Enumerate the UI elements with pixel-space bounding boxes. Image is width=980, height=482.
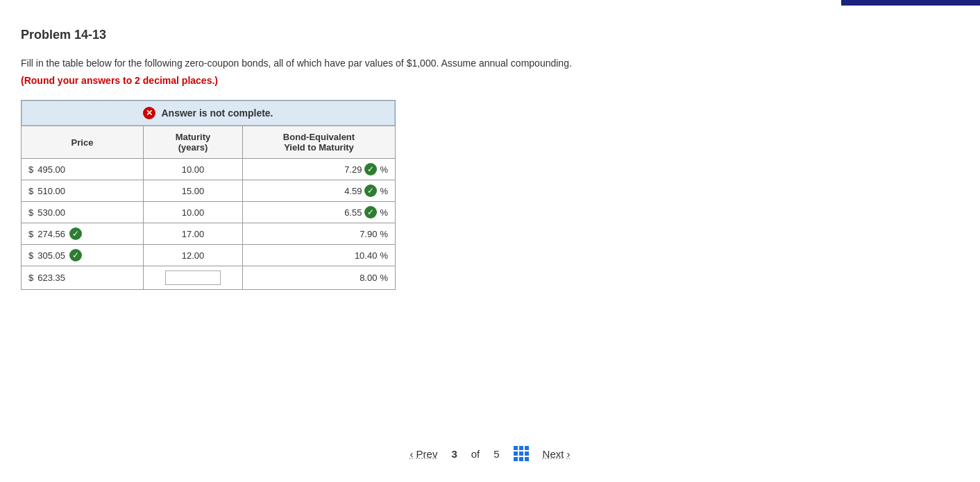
price-value-2: 530.00 [37,207,65,218]
answer-banner: ✕ Answer is not complete. [22,101,395,126]
percent-sign-3: % [380,229,388,239]
prev-button[interactable]: ‹ Prev [410,448,438,460]
maturity-cell-3: 17.00 [144,223,243,245]
col-header-maturity: Maturity(years) [144,126,243,159]
col-header-yield: Bond-EquivalentYield to Maturity [243,126,396,159]
yield-value-5: 8.00 [349,273,377,283]
percent-sign-1: % [380,186,388,196]
price-symbol-5: $ [28,273,33,283]
yield-cell-2: 6.55✓% [243,202,396,223]
maturity-cell-5[interactable] [144,266,243,290]
table-row: $510.0015.004.59✓% [22,180,396,202]
price-check-icon-3: ✓ [69,227,82,240]
grid-icon[interactable] [514,446,529,461]
problem-description: Fill in the table below for the followin… [21,56,959,71]
col-header-price: Price [22,126,144,159]
yield-check-icon-1: ✓ [364,184,377,197]
yield-cell-5: 8.00% [243,266,396,290]
price-check-icon-4: ✓ [69,249,82,261]
percent-sign-2: % [380,207,388,218]
price-symbol-1: $ [28,186,33,196]
next-arrow-icon: › [566,448,570,460]
table-row: $495.0010.007.29✓% [22,159,396,180]
yield-value-0: 7.29 [334,164,362,175]
banner-text: Answer is not complete. [161,107,273,119]
price-value-0: 495.00 [37,164,65,175]
price-cell-3: $274.56✓ [22,223,144,245]
yield-cell-4: 10.40% [243,245,396,266]
maturity-input-5[interactable] [165,270,221,285]
price-value-1: 510.00 [37,186,65,196]
round-note: (Round your answers to 2 decimal places.… [21,75,959,86]
price-cell-5: $623.35 [22,266,144,290]
banner-row: ✕ Answer is not complete. [22,101,396,126]
banner-cell: ✕ Answer is not complete. [22,101,396,126]
maturity-cell-4: 12.00 [144,245,243,266]
table-body: $495.0010.007.29✓%$510.0015.004.59✓%$530… [22,159,396,290]
current-page: 3 [451,448,457,460]
yield-value-4: 10.40 [349,250,377,261]
of-label: of [471,448,480,460]
table-header-row: Price Maturity(years) Bond-EquivalentYie… [22,126,396,159]
maturity-cell-2: 10.00 [144,202,243,223]
price-cell-1: $510.00 [22,180,144,202]
price-value-3: 274.56 [37,229,65,239]
prev-arrow-icon: ‹ [410,448,414,460]
table-row: $274.56✓17.007.90% [22,223,396,245]
table-row: $305.05✓12.0010.40% [22,245,396,266]
total-pages: 5 [493,448,499,460]
yield-cell-3: 7.90% [243,223,396,245]
yield-value-1: 4.59 [334,186,362,196]
main-table: ✕ Answer is not complete. Price Maturity… [21,100,396,290]
problem-title: Problem 14-13 [21,28,959,42]
yield-check-icon-2: ✓ [364,206,377,218]
error-icon: ✕ [143,107,155,119]
price-symbol-4: $ [28,250,33,261]
yield-cell-1: 4.59✓% [243,180,396,202]
table-row: $623.358.00% [22,266,396,290]
price-symbol-0: $ [28,164,33,175]
price-value-4: 305.05 [37,250,65,261]
price-symbol-2: $ [28,207,33,218]
next-button[interactable]: Next › [543,448,571,460]
next-label[interactable]: Next [543,448,564,460]
prev-label[interactable]: Prev [416,448,438,460]
price-cell-0: $495.00 [22,159,144,180]
price-symbol-3: $ [28,229,33,239]
table-row: $530.0010.006.55✓% [22,202,396,223]
yield-value-2: 6.55 [334,207,362,218]
yield-value-3: 7.90 [349,229,377,239]
top-bar [841,0,980,6]
price-cell-4: $305.05✓ [22,245,144,266]
yield-check-icon-0: ✓ [364,163,377,175]
percent-sign-0: % [380,164,388,175]
price-value-5: 623.35 [37,273,65,283]
maturity-cell-0: 10.00 [144,159,243,180]
maturity-cell-1: 15.00 [144,180,243,202]
percent-sign-5: % [380,273,388,283]
price-cell-2: $530.00 [22,202,144,223]
percent-sign-4: % [380,250,388,261]
navigation-bar: ‹ Prev 3 of 5 Next › [0,446,980,461]
yield-cell-0: 7.29✓% [243,159,396,180]
